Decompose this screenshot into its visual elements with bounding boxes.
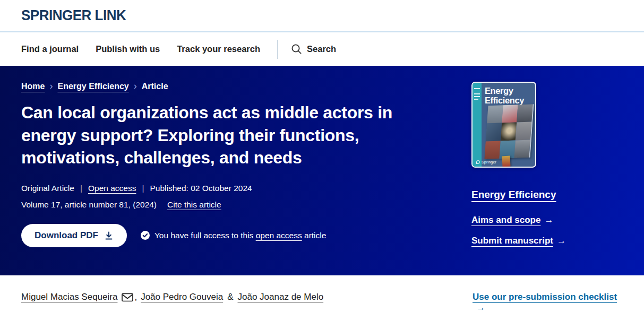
cover-spine-text-line	[474, 88, 480, 89]
collage-tile	[517, 104, 533, 122]
springer-mark-icon	[476, 160, 480, 164]
nav-divider	[277, 40, 278, 59]
arrow-right-icon: →	[476, 302, 485, 313]
collage-tile	[502, 105, 518, 123]
breadcrumb-journal[interactable]: Energy Efficiency	[57, 82, 128, 91]
journal-sidebar: Energy Efficiency Springe	[471, 82, 621, 256]
hero-main-column: Home › Energy Efficiency › Article Can l…	[21, 82, 450, 256]
site-header: Springer Link	[0, 0, 644, 32]
article-meta-row-1: Original Article | Open access | Publish…	[21, 184, 450, 193]
article-hero: Home › Energy Efficiency › Article Can l…	[0, 66, 644, 275]
springer-link-logo[interactable]: Springer Link	[21, 7, 126, 24]
download-icon	[104, 231, 114, 240]
meta-divider: |	[80, 184, 82, 193]
nav-track-your-research[interactable]: Track your research	[177, 44, 260, 54]
cover-spine	[473, 83, 482, 167]
arrow-right-icon: →	[557, 236, 566, 246]
below-hero: Miguel Macias Sequeira , João Pedro Gouv…	[0, 275, 644, 321]
open-access-link[interactable]: Open access	[88, 184, 136, 193]
cover-publisher: Springer	[476, 160, 496, 164]
collage-tile	[486, 123, 502, 141]
site-nav: Find a journal Publish with us Track you…	[0, 32, 644, 66]
article-title: Can local organizations act as middle ac…	[21, 101, 446, 169]
author-link-miguel-macias-sequeira[interactable]: Miguel Macias Sequeira	[21, 292, 117, 302]
collage-tile	[502, 156, 510, 167]
download-pdf-label: Download PDF	[35, 230, 98, 241]
arrow-right-icon: →	[544, 215, 553, 225]
access-note-text: You have full access to this open access…	[154, 231, 326, 240]
article-type-label: Original Article	[21, 184, 74, 193]
collage-tile	[501, 123, 517, 141]
article-actions: Download PDF You have full access to thi…	[21, 224, 450, 247]
search-button[interactable]: Search	[291, 44, 336, 55]
authors-line: Miguel Macias Sequeira , João Pedro Gouv…	[21, 292, 323, 302]
author-separator: &	[227, 292, 233, 302]
cover-photo-collage	[485, 104, 534, 159]
article-meta-row-2: Volume 17, article number 81, (2024) Cit…	[21, 200, 450, 210]
breadcrumb-home[interactable]: Home	[21, 82, 45, 91]
cover-spine-text-line	[474, 93, 480, 94]
collage-tile	[485, 141, 501, 159]
published-date: Published: 02 October 2024	[150, 184, 252, 193]
breadcrumb-article: Article	[142, 82, 168, 91]
aims-and-scope-link[interactable]: Aims and scope→	[471, 215, 621, 225]
chevron-right-icon: ›	[134, 81, 137, 91]
breadcrumb: Home › Energy Efficiency › Article	[21, 82, 450, 91]
collage-tile	[514, 140, 530, 158]
submit-manuscript-link[interactable]: Submit manuscript→	[471, 236, 621, 246]
pre-submission-checklist-link[interactable]: Use our pre-submission checklist→	[473, 292, 622, 313]
download-pdf-button[interactable]: Download PDF	[21, 224, 127, 247]
author-link-joao-pedro-gouveia[interactable]: João Pedro Gouveia	[141, 292, 223, 302]
cite-this-article-link[interactable]: Cite this article	[167, 200, 221, 210]
author-link-joao-joanaz-de-melo[interactable]: João Joanaz de Melo	[238, 292, 324, 302]
journal-cover-image[interactable]: Energy Efficiency Springe	[471, 82, 536, 168]
email-icon[interactable]	[122, 293, 133, 302]
search-icon	[291, 44, 302, 55]
nav-find-a-journal[interactable]: Find a journal	[21, 44, 79, 54]
collage-tile	[516, 122, 531, 140]
cover-spine-text-line	[474, 99, 478, 100]
access-note: You have full access to this open access…	[141, 231, 326, 240]
cover-spine-text-line	[474, 96, 480, 97]
search-label: Search	[307, 44, 336, 54]
nav-publish-with-us[interactable]: Publish with us	[96, 44, 160, 54]
volume-info: Volume 17, article number 81, (2024)	[21, 200, 157, 210]
chevron-right-icon: ›	[49, 81, 53, 91]
check-circle-icon	[141, 231, 150, 240]
meta-divider: |	[142, 184, 144, 193]
collage-tile	[487, 105, 503, 123]
journal-name-link[interactable]: Energy Efficiency	[471, 189, 556, 201]
author-separator: ,	[134, 292, 137, 302]
cover-journal-title: Energy Efficiency	[485, 86, 524, 106]
open-access-article-link[interactable]: open access	[256, 231, 302, 240]
pre-submission-promo: Use our pre-submission checklist→ Avoid …	[473, 292, 622, 321]
